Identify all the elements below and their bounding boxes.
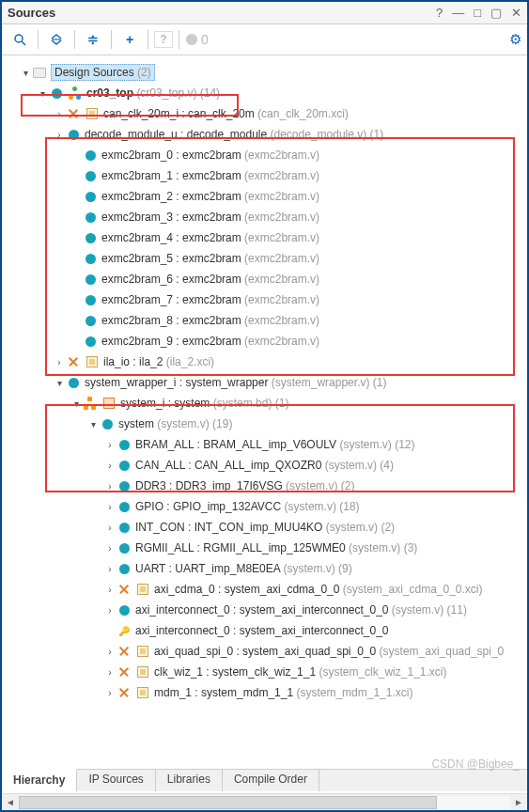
module-icon <box>117 458 132 473</box>
bd-icon <box>101 396 117 411</box>
tree-item-exmc-7[interactable]: ›exmc2bram_7 : exmc2bram (exmc2bram.v) <box>6 289 527 310</box>
search-icon[interactable] <box>8 28 32 51</box>
module-icon <box>83 148 98 163</box>
expand-arrow[interactable]: › <box>103 605 117 616</box>
expand-arrow[interactable]: › <box>103 543 117 554</box>
module-icon <box>83 168 98 183</box>
expand-arrow[interactable]: › <box>53 130 66 140</box>
tree-item-ila[interactable]: › ila_io : ila_2 (ila_2.xci) <box>6 351 527 372</box>
expand-arrow[interactable]: › <box>103 481 117 492</box>
tree-root-design-sources[interactable]: ▾ Design Sources (2) <box>6 62 527 83</box>
tree-item-cr03-top[interactable]: ▾ cr03_top (cr03_top.v) (14) <box>6 83 527 103</box>
expand-arrow[interactable]: › <box>103 647 117 657</box>
expand-arrow[interactable]: ▾ <box>86 419 100 429</box>
tree-item-exmc-2[interactable]: ›exmc2bram_2 : exmc2bram (exmc2bram.v) <box>6 186 527 207</box>
expand-arrow[interactable]: › <box>103 667 117 678</box>
tree-item-sys-8[interactable]: ›axi_interconnect_0 : system_axi_interco… <box>6 600 527 620</box>
tree-scroll[interactable]: ▾ Design Sources (2) ▾ cr03_top (cr03_to… <box>2 58 527 773</box>
tree-item-exmc-6[interactable]: ›exmc2bram_6 : exmc2bram (exmc2bram.v) <box>6 269 527 289</box>
tree-item-exmc-3[interactable]: ›exmc2bram_3 : exmc2bram (exmc2bram.v) <box>6 207 527 227</box>
expand-arrow[interactable]: › <box>103 688 117 698</box>
tree-item-sys-2[interactable]: ›DDR3 : DDR3_imp_17I6VSG (system.v) (2) <box>6 476 527 496</box>
tree-item-sys-0[interactable]: ›BRAM_ALL : BRAM_ALL_imp_V6OULV (system.… <box>6 434 527 455</box>
tree-item-decode-module[interactable]: › decode_module_u : decode_module (decod… <box>6 124 527 145</box>
horizontal-scrollbar[interactable]: ◄ ► <box>2 793 527 810</box>
minimize-icon[interactable]: — <box>452 6 464 20</box>
module-icon <box>83 272 98 287</box>
hierarchy-tree: ▾ Design Sources (2) ▾ cr03_top (cr03_to… <box>2 58 527 707</box>
tree-item-exmc-5[interactable]: ›exmc2bram_5 : exmc2bram (exmc2bram.v) <box>6 248 527 269</box>
tree-item-sys-9[interactable]: ›🔑axi_interconnect_0 : system_axi_interc… <box>6 620 527 641</box>
scroll-track[interactable] <box>19 796 510 809</box>
tree-item-sys-6[interactable]: ›UART : UART_imp_M8E0EA (system.v) (9) <box>6 558 527 579</box>
expand-arrow[interactable]: › <box>103 502 117 512</box>
tab-ip-sources[interactable]: IP Sources <box>77 770 155 791</box>
tree-item-system-i[interactable]: ▾ system_i : system (system.bd) (1) <box>6 393 527 414</box>
tree-item-sys-10[interactable]: ›axi_quad_spi_0 : system_axi_quad_spi_0_… <box>6 641 527 662</box>
module-icon <box>66 127 81 142</box>
expand-arrow[interactable]: ▾ <box>70 398 83 409</box>
module-icon <box>117 437 132 452</box>
tree-item-sys-1[interactable]: ›CAN_ALL : CAN_ALL_imp_QXOZR0 (system.v)… <box>6 455 527 476</box>
scroll-right-icon[interactable]: ► <box>510 795 527 810</box>
window-title: Sources <box>8 6 436 20</box>
module-icon <box>117 561 132 576</box>
tab-hierarchy[interactable]: Hierarchy <box>2 769 77 791</box>
module-icon <box>83 230 98 245</box>
expand-arrow[interactable]: ▾ <box>36 88 49 99</box>
expand-arrow[interactable]: › <box>103 585 117 595</box>
svg-point-0 <box>15 35 23 42</box>
tree-item-sys-7[interactable]: ›axi_cdma_0 : system_axi_cdma_0_0 (syste… <box>6 579 527 600</box>
hierarchy-icon <box>68 86 83 101</box>
expand-arrow[interactable]: › <box>103 523 117 533</box>
help-box-icon: ? <box>154 31 173 48</box>
tree-item-exmc-9[interactable]: ›exmc2bram_9 : exmc2bram (exmc2bram.v) <box>6 331 527 351</box>
close-icon[interactable]: ✕ <box>511 6 521 20</box>
folder-icon <box>32 65 47 80</box>
tree-item-sys-3[interactable]: ›GPIO : GPIO_imp_132AVCC (system.v) (18) <box>6 496 527 517</box>
bottom-tabs: Hierarchy IP Sources Libraries Compile O… <box>2 769 527 791</box>
tree-item-exmc-1[interactable]: ›exmc2bram_1 : exmc2bram (exmc2bram.v) <box>6 165 527 186</box>
expand-arrow[interactable]: › <box>53 109 66 119</box>
expand-arrow[interactable]: › <box>103 564 117 574</box>
module-icon <box>100 416 115 431</box>
ip-icon <box>135 664 150 679</box>
tree-item-sys-11[interactable]: ›clk_wiz_1 : system_clk_wiz_1_1 (system_… <box>6 662 527 682</box>
missing-icon <box>117 644 132 659</box>
bd-hier-icon <box>83 396 98 411</box>
scroll-left-icon[interactable]: ◄ <box>2 795 19 810</box>
tree-item-exmc-4[interactable]: ›exmc2bram_4 : exmc2bram (exmc2bram.v) <box>6 227 527 248</box>
tab-libraries[interactable]: Libraries <box>156 770 223 791</box>
tree-item-sys-4[interactable]: ›INT_CON : INT_CON_imp_MUU4KO (system.v)… <box>6 517 527 538</box>
tab-compile-order[interactable]: Compile Order <box>223 770 319 791</box>
scroll-thumb[interactable] <box>19 796 437 809</box>
collapse-icon[interactable] <box>44 28 69 51</box>
expand-icon[interactable]: ≑ <box>81 28 105 51</box>
add-icon[interactable]: + <box>117 28 142 51</box>
module-icon <box>49 86 64 101</box>
messages-icon: 0 <box>185 28 210 51</box>
window-buttons: ? — □ ▢ ✕ <box>436 6 521 20</box>
missing-icon <box>117 582 132 597</box>
tree-item-system[interactable]: ▾ system (system.v) (19) <box>6 414 527 434</box>
help-icon[interactable]: ? <box>436 6 443 20</box>
ip-icon <box>85 354 100 369</box>
expand-arrow[interactable]: ▾ <box>53 378 66 388</box>
ip-icon <box>135 582 150 597</box>
tree-item-sys-5[interactable]: ›RGMII_ALL : RGMII_ALL_imp_125WME0 (syst… <box>6 538 527 558</box>
tree-item-system-wrapper[interactable]: ▾ system_wrapper_i : system_wrapper (sys… <box>6 372 527 393</box>
tree-item-exmc-0[interactable]: ›exmc2bram_0 : exmc2bram (exmc2bram.v) <box>6 145 527 165</box>
float-icon[interactable]: ▢ <box>490 6 502 20</box>
tree-item-can-clk[interactable]: › can_clk_20m_i : can_clk_20m (can_clk_2… <box>6 103 527 124</box>
tree-item-sys-12[interactable]: ›mdm_1 : system_mdm_1_1 (system_mdm_1_1.… <box>6 682 527 703</box>
module-icon <box>83 334 98 349</box>
ip-icon <box>135 644 150 659</box>
expand-arrow[interactable]: › <box>53 357 66 367</box>
tree-item-exmc-8[interactable]: ›exmc2bram_8 : exmc2bram (exmc2bram.v) <box>6 310 527 331</box>
expand-arrow[interactable]: ▾ <box>19 68 32 78</box>
maximize-icon[interactable]: □ <box>474 6 481 20</box>
settings-icon[interactable]: ⚙ <box>509 31 521 48</box>
expand-arrow[interactable]: › <box>103 461 117 471</box>
expand-arrow[interactable]: › <box>103 440 117 450</box>
ip-icon <box>135 685 150 700</box>
